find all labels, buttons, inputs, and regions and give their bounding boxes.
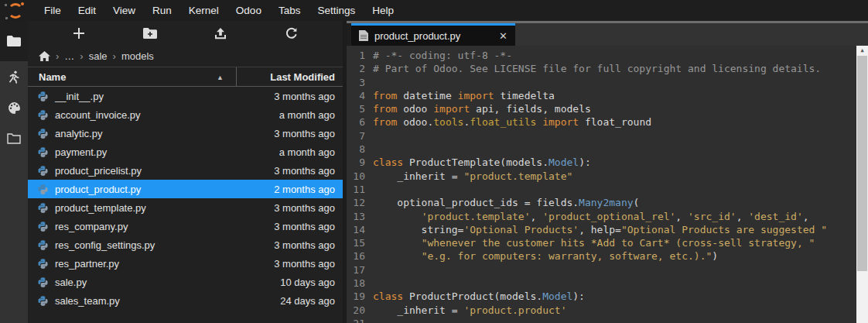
file-modified: 3 months ago bbox=[274, 221, 343, 232]
file-row-sale.py[interactable]: sale.py10 days ago bbox=[28, 273, 343, 291]
line-number: 17 bbox=[347, 263, 373, 277]
python-icon bbox=[37, 221, 49, 232]
menu-edit[interactable]: Edit bbox=[70, 0, 104, 21]
line-number: 12 bbox=[347, 196, 373, 209]
refresh-icon bbox=[285, 27, 298, 40]
line-content: _inherit = 'product.product' bbox=[373, 304, 566, 317]
breadcrumb-separator: › bbox=[56, 50, 59, 62]
file-row-analytic.py[interactable]: analytic.py3 months ago bbox=[28, 124, 343, 143]
file-modified: a month ago bbox=[279, 146, 343, 158]
code-line-6: 6from odoo.tools.float_utils import floa… bbox=[347, 115, 868, 129]
python-icon bbox=[37, 239, 49, 251]
file-text-icon bbox=[359, 30, 368, 41]
menubar: FileEditViewRunKernelOdooTabsSettingsHel… bbox=[0, 0, 868, 21]
line-content: string='Optional Products', help="Option… bbox=[373, 223, 827, 236]
menu-kernel[interactable]: Kernel bbox=[180, 0, 227, 21]
line-content: optional_product_ids = fields.Many2many( bbox=[373, 196, 639, 209]
file-row-res_config_settings.py[interactable]: res_config_settings.py3 months ago bbox=[28, 235, 343, 254]
sidebar-tab-open-tabs[interactable] bbox=[0, 123, 28, 154]
file-row-payment.py[interactable]: payment.pya month ago bbox=[28, 143, 343, 161]
line-content: # -*- coding: utf-8 -*- bbox=[373, 49, 512, 62]
line-number: 7 bbox=[347, 129, 373, 143]
sidebar-tab-running-sessions[interactable] bbox=[0, 61, 28, 92]
line-number: 11 bbox=[347, 183, 373, 196]
file-modified: 3 months ago bbox=[274, 165, 343, 177]
close-icon[interactable]: ✕ bbox=[499, 30, 507, 42]
breadcrumb-item-sale[interactable]: sale bbox=[89, 50, 108, 62]
refresh-button[interactable] bbox=[282, 24, 302, 43]
file-name: sales_team.py bbox=[55, 295, 120, 307]
upload-button[interactable] bbox=[210, 24, 231, 43]
line-number: 16 bbox=[347, 249, 373, 263]
file-row-__init__.py[interactable]: __init__.py3 months ago bbox=[28, 87, 343, 105]
line-content: 'product.template', 'product_optional_re… bbox=[373, 210, 809, 223]
menu-settings[interactable]: Settings bbox=[309, 0, 364, 21]
line-number: 3 bbox=[347, 76, 373, 89]
python-icon bbox=[37, 165, 49, 177]
python-icon bbox=[37, 295, 49, 307]
line-content: from odoo import api, fields, models bbox=[373, 102, 591, 115]
line-number: 2 bbox=[347, 62, 373, 75]
breadcrumb-segments: ›…›sale›models bbox=[56, 50, 154, 62]
file-modified: 3 months ago bbox=[274, 202, 343, 214]
upload-icon bbox=[214, 28, 227, 40]
breadcrumb-separator: › bbox=[80, 50, 83, 62]
editor-tabbar: product_product.py ✕ bbox=[347, 23, 868, 46]
file-row-product_product.py[interactable]: product_product.py2 months ago bbox=[28, 180, 343, 198]
code-line-20: 20 _inherit = 'product.product' bbox=[347, 304, 868, 317]
file-name: __init__.py bbox=[55, 91, 104, 102]
editor-scrollbar[interactable]: ▲ bbox=[856, 46, 868, 323]
file-row-product_template.py[interactable]: product_template.py3 months ago bbox=[28, 198, 343, 217]
runner-icon bbox=[8, 70, 20, 84]
line-content: class ProductTemplate(models.Model): bbox=[373, 156, 591, 169]
home-icon[interactable] bbox=[39, 51, 50, 61]
menu-view[interactable]: View bbox=[104, 0, 144, 21]
column-modified-label: Last Modified bbox=[270, 71, 335, 83]
line-content: class ProductProduct(models.Model): bbox=[373, 290, 585, 303]
menu-file[interactable]: File bbox=[36, 0, 70, 21]
code-line-15: 15 "whenever the customer hits *Add to C… bbox=[347, 236, 868, 249]
column-header-name[interactable]: Name bbox=[28, 67, 237, 86]
scrollbar-up-arrow-icon[interactable]: ▲ bbox=[856, 46, 868, 56]
tab-title: product_product.py bbox=[374, 30, 460, 42]
file-row-res_company.py[interactable]: res_company.py3 months ago bbox=[28, 217, 343, 235]
file-modified: 24 days ago bbox=[280, 295, 343, 307]
odoo-spinner-logo bbox=[8, 3, 23, 19]
line-number: 15 bbox=[347, 236, 373, 249]
scrollbar-thumb[interactable] bbox=[857, 56, 867, 271]
folder-outline-icon bbox=[7, 133, 21, 144]
sidebar-tab-file-browser[interactable] bbox=[0, 21, 28, 61]
file-modified: 3 months ago bbox=[274, 91, 343, 102]
file-row-product_pricelist.py[interactable]: product_pricelist.py3 months ago bbox=[28, 161, 343, 180]
file-row-res_partner.py[interactable]: res_partner.py3 months ago bbox=[28, 254, 343, 273]
python-icon bbox=[37, 146, 49, 158]
menu-help[interactable]: Help bbox=[364, 0, 402, 21]
column-header-modified[interactable]: Last Modified bbox=[237, 71, 343, 83]
file-browser-panel: ›…›sale›models Name ▲ Last Modified __in… bbox=[28, 21, 343, 323]
menu-tabs[interactable]: Tabs bbox=[270, 0, 309, 21]
code-line-21: 21 bbox=[347, 317, 868, 323]
new-launcher-button[interactable] bbox=[69, 24, 89, 43]
python-icon bbox=[37, 258, 49, 270]
code-editor[interactable]: ▲ 1# -*- coding: utf-8 -*-2# Part of Odo… bbox=[347, 46, 868, 323]
line-number: 9 bbox=[347, 156, 373, 169]
file-modified: 3 months ago bbox=[274, 258, 343, 270]
code-line-18: 18 bbox=[347, 277, 868, 290]
menu-run[interactable]: Run bbox=[144, 0, 180, 21]
python-icon bbox=[37, 184, 49, 195]
new-folder-button[interactable] bbox=[140, 24, 160, 43]
editor-tab-product-product[interactable]: product_product.py ✕ bbox=[351, 23, 515, 46]
breadcrumb-item-…[interactable]: … bbox=[64, 50, 74, 62]
file-name: payment.py bbox=[55, 146, 107, 158]
file-row-sales_team.py[interactable]: sales_team.py24 days ago bbox=[28, 291, 343, 310]
sidebar-tab-command-palette[interactable] bbox=[0, 92, 28, 123]
file-row-account_invoice.py[interactable]: account_invoice.pya month ago bbox=[28, 105, 343, 124]
menu-odoo[interactable]: Odoo bbox=[227, 0, 270, 21]
code-line-12: 12 optional_product_ids = fields.Many2ma… bbox=[347, 196, 868, 209]
breadcrumb-item-models[interactable]: models bbox=[121, 50, 154, 62]
code-line-10: 10 _inherit = "product.template" bbox=[347, 170, 868, 183]
file-modified: 3 months ago bbox=[274, 239, 343, 251]
menubar-items: FileEditViewRunKernelOdooTabsSettingsHel… bbox=[36, 0, 402, 21]
code-line-16: 16 "e.g. for computers: warranty, softwa… bbox=[347, 249, 868, 263]
code-line-17: 17 bbox=[347, 263, 868, 277]
